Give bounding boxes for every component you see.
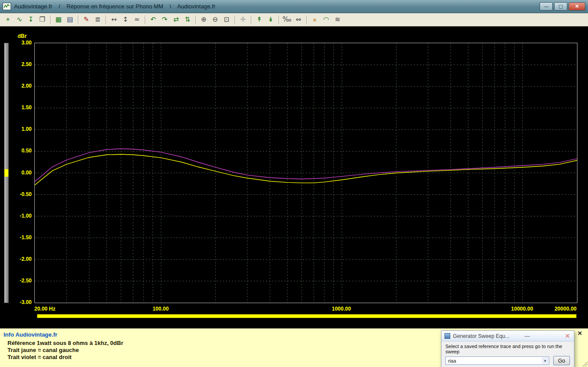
x-axis-setup-icon[interactable]: ↔ [109,15,119,25]
toolbar-separator [195,15,196,24]
maximize-button[interactable]: ▢ [554,2,567,11]
window-controls: — ▢ ✕ [538,2,585,11]
y-tick-label: 2.00 [22,83,32,89]
toolbar-separator [50,15,51,24]
x-tick-label: 100.00 [153,306,169,312]
y-axis-setup-icon[interactable]: ↕ [120,15,131,25]
toolbar-separator [78,15,78,24]
y-tick-label: -1.00 [20,213,32,219]
distortion-ratio-icon[interactable]: ‰ [282,15,292,25]
resize-grip-icon[interactable] [581,360,588,367]
step-sweep-icon[interactable]: ≋ [332,15,343,25]
y-tick-label: -2.00 [20,256,32,262]
plot-area[interactable] [34,43,577,303]
toolbar-separator [145,15,145,24]
sweep-span-icon[interactable]: ⇔ [293,15,304,25]
sweep-response-icon[interactable]: ∿ [14,15,25,25]
y-tick-label: -0.50 [20,191,32,197]
marker-up-icon[interactable]: ↟ [254,15,265,25]
swap-traces-icon[interactable]: ⇄ [171,15,181,25]
graph-view-icon[interactable]: ▦ [53,15,64,25]
cursor-trace-icon[interactable]: ⌖ [3,15,13,25]
close-button[interactable]: ✕ [569,2,585,11]
y-tick-label: 1.50 [22,104,32,111]
marker-down-icon[interactable]: ↡ [265,15,276,25]
dialog-controls-row: riaa ▾ Go [445,356,570,365]
edit-graph-icon[interactable]: ✎ [81,15,92,25]
data-table-icon[interactable]: ▤ [65,15,75,25]
x-tick-label: 20.00 Hz [34,306,55,312]
x-tick-label: 1000.00 [332,306,351,312]
toolbar-separator [279,15,279,24]
titlebar[interactable]: Audiovintage.fr / Réponse en fréquence s… [0,0,588,13]
parameter-list-icon[interactable]: ≣ [92,15,103,25]
flip-traces-icon[interactable]: ⇅ [182,15,193,25]
dialog-icon [445,333,450,339]
toolbar-separator [306,15,307,24]
smoothing-icon[interactable]: ◠ [321,15,331,25]
dialog-close-icon[interactable]: ✕ [565,333,570,339]
y-tick-label: 0.00 [22,170,32,176]
trace-canal-gauche[interactable] [35,154,577,185]
plot-region: dBr 3.002.502.001.501.000.500.00-0.50-1.… [0,26,588,328]
waveform-setup-icon[interactable]: ≈ [132,15,142,25]
info-panel-close-icon[interactable]: ✕ [577,330,582,337]
minimize-button[interactable]: — [540,2,553,11]
info-panel-title: Info Audiovintage.fr [4,331,57,338]
frequency-response-chart [35,43,577,303]
dialog-body: Select a saved reference trace and press… [441,341,574,367]
toolbar: ⌖∿↧❐▦▤✎≣↔↕≈↶↷⇄⇅⊕⊖⊡✛↟↡‰⇔⌅◠≋ [0,13,588,26]
window-title: Audiovintage.fr / Réponse en fréquence s… [14,3,538,10]
y-axis-unit-label: dBr [18,33,27,39]
dialog-titlebar[interactable]: Generator Sweep Equ... — ✕ [441,331,574,341]
chevron-down-icon[interactable]: ▾ [542,357,548,364]
y-tick-label: -3.00 [20,299,32,305]
undo-view-icon[interactable]: ↶ [148,15,158,25]
go-button[interactable]: Go [553,356,570,365]
trace-canal-droit[interactable] [35,149,577,182]
toolbar-separator [251,15,251,24]
dialog-title: Generator Sweep Equ... [453,333,522,339]
x-range-scrollbar[interactable] [37,314,577,318]
app-icon [3,3,11,10]
zoom-region-icon[interactable]: ⊡ [221,15,232,25]
y-reference-marker[interactable] [4,169,8,177]
pan-icon[interactable]: ✛ [238,15,248,25]
dialog-minimize-icon[interactable]: — [525,333,530,339]
y-tick-label: 1.00 [22,126,32,132]
reference-trace-combobox[interactable]: riaa ▾ [445,356,549,365]
y-tick-label: -2.50 [20,278,32,284]
copy-trace-icon[interactable]: ❐ [37,15,48,25]
dialog-instruction: Select a saved reference trace and press… [445,344,570,354]
y-tick-label: 2.50 [22,61,32,67]
y-tick-label: 3.00 [22,40,32,46]
y-range-scrollbar[interactable] [4,43,9,303]
offset-limit-icon[interactable]: ⌅ [309,15,320,25]
y-tick-label: -1.50 [20,234,32,241]
y-tick-label: 0.50 [22,148,32,154]
generator-sweep-dialog: Generator Sweep Equ... — ✕ Select a save… [441,330,574,367]
toolbar-separator [235,15,235,24]
toolbar-separator [106,15,106,24]
x-tick-label: 20000.00 [555,306,577,312]
save-trace-icon[interactable]: ↧ [26,15,36,25]
redo-view-icon[interactable]: ↷ [159,15,170,25]
combobox-value: riaa [448,358,456,363]
zoom-out-icon[interactable]: ⊖ [210,15,220,25]
x-tick-label: 10000.00 [511,306,533,312]
app-window: Audiovintage.fr / Réponse en fréquence s… [0,0,588,367]
zoom-in-icon[interactable]: ⊕ [198,15,209,25]
